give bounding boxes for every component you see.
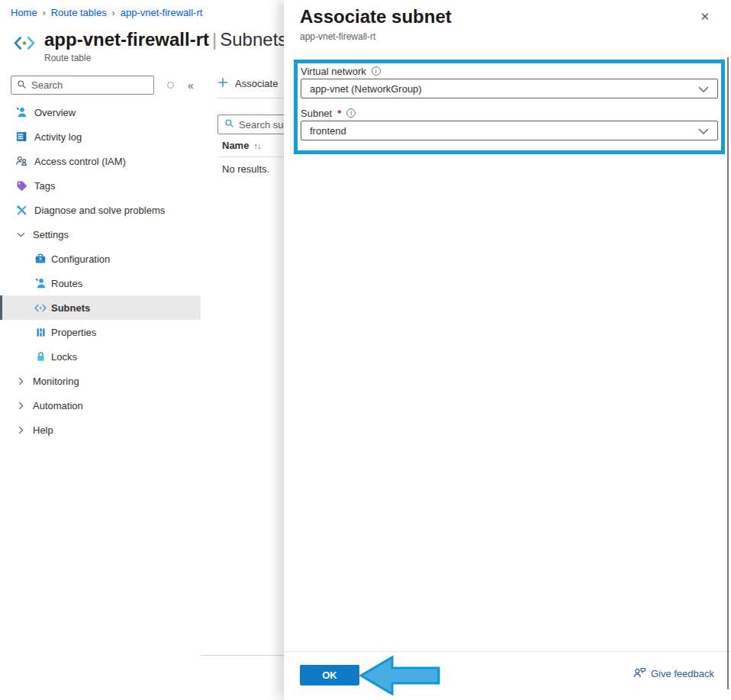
lock-icon — [34, 350, 47, 363]
sidebar-group-label: Automation — [33, 400, 83, 411]
chevron-right-icon — [15, 427, 26, 433]
sidebar-item-label: Subnets — [51, 302, 90, 314]
feedback-icon — [633, 666, 646, 681]
sidebar-item-subnets[interactable]: Subnets — [0, 295, 201, 320]
give-feedback-link[interactable]: Give feedback — [633, 666, 714, 681]
sidebar-item-label: Properties — [51, 327, 96, 338]
sidebar-toolbar: « — [11, 76, 194, 95]
sidebar-item-label: Overview — [34, 107, 76, 118]
title-section: Subnets — [220, 29, 287, 50]
sidebar-item-diagnose[interactable]: Diagnose and solve problems — [0, 198, 201, 222]
overview-icon — [15, 106, 27, 118]
sidebar-menu: Overview Activity log Access control (IA… — [0, 100, 201, 442]
sidebar-item-label: Access control (IAM) — [34, 156, 126, 167]
sidebar-item-properties[interactable]: Properties — [0, 320, 201, 344]
required-asterisk: * — [337, 108, 341, 119]
chevron-down-icon — [15, 232, 26, 237]
routes-icon — [34, 277, 47, 289]
empty-results-text: No results. — [222, 163, 269, 175]
info-icon[interactable] — [346, 108, 356, 118]
activity-log-icon — [15, 131, 27, 143]
sidebar-item-label: Configuration — [51, 253, 110, 265]
sidebar-group-label: Monitoring — [33, 376, 79, 387]
configuration-icon — [34, 253, 47, 265]
sidebar-item-configuration[interactable]: Configuration — [0, 247, 201, 271]
panel-footer-divider — [284, 651, 731, 652]
sidebar-group-help[interactable]: Help — [0, 418, 201, 442]
collapse-sidebar-icon[interactable]: « — [188, 79, 194, 92]
azure-portal-screen: Home › Route tables › app-vnet-firewall-… — [0, 0, 731, 700]
chevron-right-icon — [15, 403, 26, 408]
subnet-dropdown[interactable]: frontend — [301, 121, 718, 140]
search-icon — [17, 79, 27, 92]
sidebar-item-locks[interactable]: Locks — [0, 344, 201, 369]
subnet-value: frontend — [310, 125, 346, 137]
sidebar-item-label: Locks — [51, 351, 77, 363]
chevron-down-icon — [698, 125, 709, 137]
sort-icon: ↑↓ — [253, 141, 260, 150]
sidebar-settings-children: Configuration Routes Subnets Properties … — [0, 247, 201, 369]
name-column-header[interactable]: Name ↑↓ — [222, 140, 260, 151]
sidebar-item-label: Routes — [51, 278, 82, 289]
chevron-right-icon — [15, 379, 26, 384]
sidebar-item-activity-log[interactable]: Activity log — [0, 124, 201, 149]
sidebar-group-automation[interactable]: Automation — [0, 393, 201, 418]
sidebar: « Overview Activity log Access control (… — [0, 0, 201, 700]
sidebar-item-label: Tags — [34, 180, 55, 192]
virtual-network-field: Virtual network app-vnet (NetworkGroup) — [301, 65, 718, 98]
associate-button[interactable]: Associate — [217, 77, 278, 90]
search-icon — [224, 118, 234, 131]
sidebar-search-input[interactable] — [31, 79, 138, 91]
sidebar-item-overview[interactable]: Overview — [0, 100, 201, 124]
sidebar-item-access-control[interactable]: Access control (IAM) — [0, 149, 201, 173]
plus-icon — [217, 77, 228, 90]
subnets-icon — [34, 302, 47, 314]
chevron-down-icon — [698, 83, 709, 95]
subnet-field: Subnet * frontend — [301, 107, 718, 140]
ok-button[interactable]: OK — [300, 665, 359, 685]
sidebar-search[interactable] — [11, 76, 154, 95]
sidebar-group-label: Help — [33, 424, 53, 436]
give-feedback-label: Give feedback — [651, 668, 714, 679]
info-icon[interactable] — [372, 66, 381, 76]
panel-title: Associate subnet — [300, 6, 452, 27]
sidebar-group-monitoring[interactable]: Monitoring — [0, 369, 201, 393]
title-separator: | — [209, 29, 220, 50]
virtual-network-value: app-vnet (NetworkGroup) — [310, 83, 422, 95]
sidebar-item-routes[interactable]: Routes — [0, 271, 201, 295]
sidebar-group-settings[interactable]: Settings — [0, 222, 201, 247]
window-edge-line — [727, 57, 729, 689]
sidebar-group-label: Settings — [33, 229, 69, 240]
associate-button-label: Associate — [235, 78, 278, 89]
refresh-icon[interactable] — [167, 82, 174, 89]
properties-icon — [34, 326, 47, 338]
tag-icon — [15, 179, 27, 192]
sidebar-item-tags[interactable]: Tags — [0, 173, 201, 198]
name-column-label: Name — [222, 140, 249, 151]
associate-subnet-panel: Associate subnet app-vnet-firewall-rt ✕ … — [284, 0, 731, 700]
virtual-network-label: Virtual network — [301, 66, 366, 77]
annotation-arrow-icon — [359, 652, 441, 700]
virtual-network-dropdown[interactable]: app-vnet (NetworkGroup) — [301, 79, 718, 98]
close-icon[interactable]: ✕ — [700, 10, 710, 24]
subnet-label: Subnet — [301, 108, 332, 119]
sidebar-item-label: Activity log — [34, 131, 82, 143]
diagnose-icon — [15, 204, 27, 216]
sidebar-item-label: Diagnose and solve problems — [34, 205, 165, 216]
annotation-highlight-box: Virtual network app-vnet (NetworkGroup) … — [294, 60, 725, 154]
panel-subtitle: app-vnet-firewall-rt — [300, 31, 375, 42]
access-control-icon — [15, 155, 27, 167]
